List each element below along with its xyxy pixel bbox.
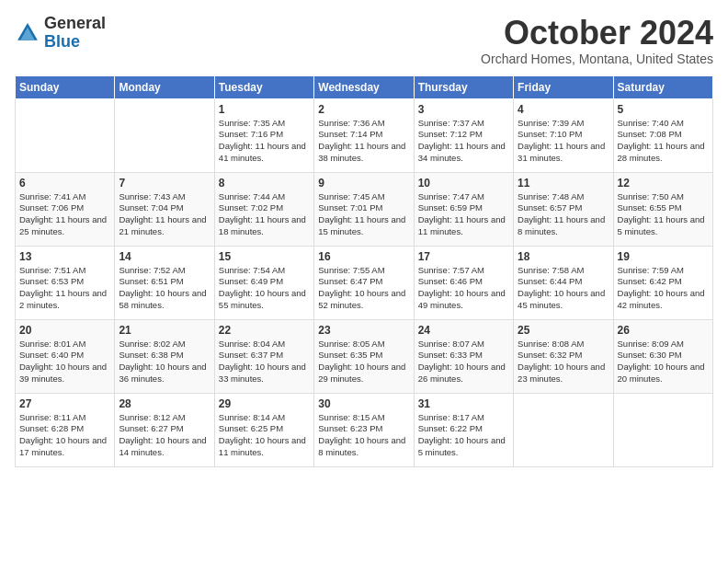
day-number: 2 [318,103,409,116]
calendar-cell: 12Sunrise: 7:50 AMSunset: 6:55 PMDayligh… [613,172,712,246]
calendar-cell: 7Sunrise: 7:43 AMSunset: 7:04 PMDaylight… [115,172,214,246]
day-number: 25 [518,324,609,337]
calendar-cell: 26Sunrise: 8:09 AMSunset: 6:30 PMDayligh… [613,319,712,393]
day-number: 3 [418,103,509,116]
day-number: 8 [219,177,310,190]
day-info: Sunrise: 7:48 AMSunset: 6:57 PMDaylight:… [518,191,609,238]
day-info: Sunrise: 7:36 AMSunset: 7:14 PMDaylight:… [318,118,409,165]
day-number: 14 [119,250,210,263]
day-number: 9 [318,177,409,190]
day-number: 24 [418,324,509,337]
calendar-cell: 11Sunrise: 7:48 AMSunset: 6:57 PMDayligh… [514,172,613,246]
day-number: 16 [318,250,409,263]
week-row-3: 13Sunrise: 7:51 AMSunset: 6:53 PMDayligh… [16,246,713,319]
header: General Blue October 2024 Orchard Homes,… [15,15,713,66]
day-number: 31 [418,397,509,410]
day-number: 21 [119,324,210,337]
calendar-cell [16,98,115,172]
logo-general: General [44,14,106,32]
day-number: 13 [19,250,110,263]
day-info: Sunrise: 8:04 AMSunset: 6:37 PMDaylight:… [219,339,310,385]
day-info: Sunrise: 7:47 AMSunset: 6:59 PMDaylight:… [418,191,509,238]
day-info: Sunrise: 8:08 AMSunset: 6:32 PMDaylight:… [518,339,609,385]
day-info: Sunrise: 8:07 AMSunset: 6:33 PMDaylight:… [418,339,509,385]
day-number: 17 [418,250,509,263]
day-info: Sunrise: 7:37 AMSunset: 7:12 PMDaylight:… [418,118,509,165]
day-info: Sunrise: 7:51 AMSunset: 6:53 PMDaylight:… [19,265,110,312]
week-row-5: 27Sunrise: 8:11 AMSunset: 6:28 PMDayligh… [16,393,713,466]
day-info: Sunrise: 7:52 AMSunset: 6:51 PMDaylight:… [119,265,210,312]
logo-text: General Blue [44,15,106,52]
day-info: Sunrise: 7:43 AMSunset: 7:04 PMDaylight:… [119,191,210,238]
calendar-cell: 6Sunrise: 7:41 AMSunset: 7:06 PMDaylight… [16,172,115,246]
month-title: October 2024 [481,15,713,52]
calendar-cell: 10Sunrise: 7:47 AMSunset: 6:59 PMDayligh… [414,172,513,246]
calendar-cell: 29Sunrise: 8:14 AMSunset: 6:25 PMDayligh… [214,393,313,466]
day-info: Sunrise: 8:02 AMSunset: 6:38 PMDaylight:… [119,339,210,385]
day-number: 4 [518,103,609,116]
day-info: Sunrise: 8:14 AMSunset: 6:25 PMDaylight:… [219,412,310,459]
title-block: October 2024 Orchard Homes, Montana, Uni… [481,15,713,66]
calendar-cell: 20Sunrise: 8:01 AMSunset: 6:40 PMDayligh… [16,319,115,393]
location: Orchard Homes, Montana, United States [481,52,713,66]
day-info: Sunrise: 7:35 AMSunset: 7:16 PMDaylight:… [219,118,310,165]
calendar-cell: 4Sunrise: 7:39 AMSunset: 7:10 PMDaylight… [514,98,613,172]
calendar-cell: 24Sunrise: 8:07 AMSunset: 6:33 PMDayligh… [414,319,513,393]
day-header-saturday: Saturday [613,75,712,98]
day-number: 10 [418,177,509,190]
day-number: 23 [318,324,409,337]
calendar-cell: 13Sunrise: 7:51 AMSunset: 6:53 PMDayligh… [16,246,115,319]
calendar-cell [514,393,613,466]
calendar-cell: 5Sunrise: 7:40 AMSunset: 7:08 PMDaylight… [613,98,712,172]
calendar-cell: 21Sunrise: 8:02 AMSunset: 6:38 PMDayligh… [115,319,214,393]
calendar-cell: 22Sunrise: 8:04 AMSunset: 6:37 PMDayligh… [214,319,313,393]
calendar-cell [115,98,214,172]
logo-blue: Blue [44,32,80,51]
day-info: Sunrise: 7:59 AMSunset: 6:42 PMDaylight:… [618,265,709,312]
day-info: Sunrise: 7:39 AMSunset: 7:10 PMDaylight:… [518,118,609,165]
calendar-cell: 31Sunrise: 8:17 AMSunset: 6:22 PMDayligh… [414,393,513,466]
day-number: 7 [119,177,210,190]
day-info: Sunrise: 8:01 AMSunset: 6:40 PMDaylight:… [19,339,110,385]
day-number: 28 [119,397,210,410]
day-header-tuesday: Tuesday [214,75,313,98]
day-info: Sunrise: 7:40 AMSunset: 7:08 PMDaylight:… [618,118,709,165]
calendar-cell: 30Sunrise: 8:15 AMSunset: 6:23 PMDayligh… [314,393,414,466]
logo-icon [15,20,40,46]
day-info: Sunrise: 7:44 AMSunset: 7:02 PMDaylight:… [219,191,310,238]
calendar-cell: 17Sunrise: 7:57 AMSunset: 6:46 PMDayligh… [414,246,513,319]
day-number: 22 [219,324,310,337]
day-number: 5 [618,103,709,116]
calendar-cell: 18Sunrise: 7:58 AMSunset: 6:44 PMDayligh… [514,246,613,319]
calendar-cell: 19Sunrise: 7:59 AMSunset: 6:42 PMDayligh… [613,246,712,319]
calendar-cell: 28Sunrise: 8:12 AMSunset: 6:27 PMDayligh… [115,393,214,466]
day-info: Sunrise: 7:54 AMSunset: 6:49 PMDaylight:… [219,265,310,312]
calendar-cell: 2Sunrise: 7:36 AMSunset: 7:14 PMDaylight… [314,98,414,172]
day-info: Sunrise: 8:09 AMSunset: 6:30 PMDaylight:… [618,339,709,385]
day-number: 12 [618,177,709,190]
calendar-cell: 8Sunrise: 7:44 AMSunset: 7:02 PMDaylight… [214,172,313,246]
day-number: 20 [19,324,110,337]
day-number: 29 [219,397,310,410]
calendar-table: SundayMondayTuesdayWednesdayThursdayFrid… [15,75,713,467]
day-header-friday: Friday [514,75,613,98]
day-info: Sunrise: 7:50 AMSunset: 6:55 PMDaylight:… [618,191,709,238]
week-row-1: 1Sunrise: 7:35 AMSunset: 7:16 PMDaylight… [16,98,713,172]
day-info: Sunrise: 7:41 AMSunset: 7:06 PMDaylight:… [19,191,110,238]
day-info: Sunrise: 8:05 AMSunset: 6:35 PMDaylight:… [318,339,409,385]
calendar-cell: 16Sunrise: 7:55 AMSunset: 6:47 PMDayligh… [314,246,414,319]
day-header-wednesday: Wednesday [314,75,414,98]
day-number: 30 [318,397,409,410]
calendar-cell: 25Sunrise: 8:08 AMSunset: 6:32 PMDayligh… [514,319,613,393]
calendar-cell: 23Sunrise: 8:05 AMSunset: 6:35 PMDayligh… [314,319,414,393]
calendar-cell: 15Sunrise: 7:54 AMSunset: 6:49 PMDayligh… [214,246,313,319]
week-row-2: 6Sunrise: 7:41 AMSunset: 7:06 PMDaylight… [16,172,713,246]
day-number: 1 [219,103,310,116]
calendar-cell: 3Sunrise: 7:37 AMSunset: 7:12 PMDaylight… [414,98,513,172]
day-header-monday: Monday [115,75,214,98]
calendar-cell: 14Sunrise: 7:52 AMSunset: 6:51 PMDayligh… [115,246,214,319]
week-row-4: 20Sunrise: 8:01 AMSunset: 6:40 PMDayligh… [16,319,713,393]
day-info: Sunrise: 8:15 AMSunset: 6:23 PMDaylight:… [318,412,409,459]
day-number: 18 [518,250,609,263]
day-number: 15 [219,250,310,263]
